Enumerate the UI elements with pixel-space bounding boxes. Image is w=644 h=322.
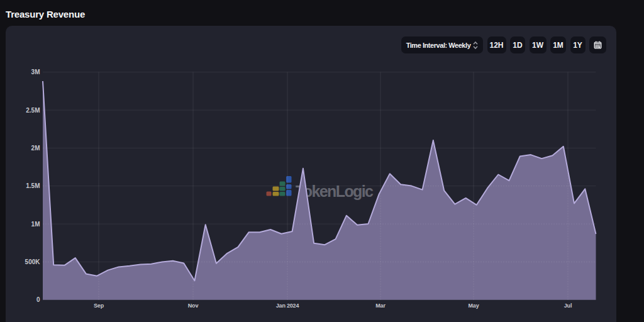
- svg-text:2M: 2M: [31, 145, 40, 152]
- svg-text:1.5M: 1.5M: [26, 182, 40, 189]
- svg-text:Nov: Nov: [188, 303, 199, 309]
- svg-text:500K: 500K: [25, 258, 41, 265]
- svg-text:Jan 2024: Jan 2024: [276, 303, 299, 309]
- svg-text:Sep: Sep: [94, 303, 104, 309]
- svg-text:2.5M: 2.5M: [26, 107, 40, 114]
- svg-text:May: May: [469, 303, 479, 309]
- svg-text:0: 0: [36, 296, 40, 303]
- svg-text:Jul: Jul: [564, 303, 572, 309]
- svg-text:Mar: Mar: [375, 303, 386, 309]
- svg-text:1M: 1M: [31, 221, 40, 228]
- svg-text:3M: 3M: [31, 69, 40, 75]
